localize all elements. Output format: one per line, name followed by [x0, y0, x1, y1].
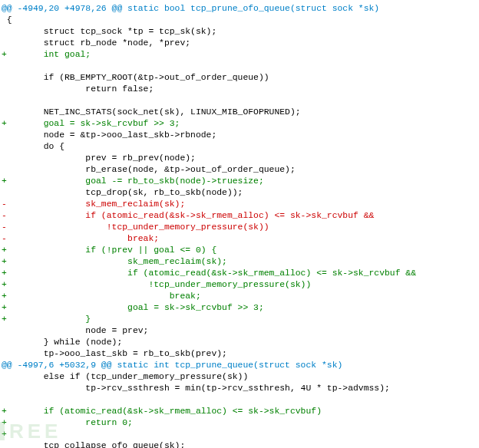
diff-line-add: + goal = sk->sk_rcvbuf >> 3; [2, 303, 264, 312]
diff-line-ctx: node = prev; [2, 326, 148, 335]
diff-line-add: + break; [2, 292, 201, 301]
diff-line-ctx: tcp_drop(sk, rb_to_skb(node)); [2, 188, 243, 197]
diff-line-ctx: tp->rcv_ssthresh = min(tp->rcv_ssthresh,… [2, 384, 390, 393]
diff-line-ctx: { [2, 15, 12, 25]
diff-line-ctx: tp->ooo_last_skb = rb_to_skb(prev); [2, 349, 227, 358]
diff-line-ctx: tcp_collapse_ofo_queue(sk); [2, 441, 185, 448]
diff-line-hunk: @@ -4949,20 +4978,26 @@ static bool tcp_… [2, 4, 379, 13]
diff-line-add: + if (atomic_read(&sk->sk_rmem_alloc) <=… [2, 268, 416, 278]
diff-line-add: + return 0; [2, 418, 133, 427]
diff-line-del: - sk_mem_reclaim(sk); [2, 199, 185, 209]
diff-line-add: + goal -= rb_to_skb(node)->truesize; [2, 176, 264, 186]
diff-line-ctx [2, 395, 7, 404]
diff-line-add: + goal = sk->sk_rcvbuf >> 3; [2, 119, 180, 128]
diff-line-ctx: } while (node); [2, 338, 122, 347]
diff-line-ctx: return false; [2, 84, 154, 94]
diff-line-ctx [2, 96, 7, 105]
diff-line-ctx: NET_INC_STATS(sock_net(sk), LINUX_MIB_OF… [2, 107, 301, 117]
diff-line-add: + sk_mem_reclaim(sk); [2, 257, 227, 266]
diff-line-ctx: rb_erase(node, &tp->out_of_order_queue); [2, 165, 296, 174]
diff-line-hunk: @@ -4997,6 +5032,9 @@ static int tcp_pru… [2, 361, 342, 370]
diff-line-ctx: struct rb_node *node, *prev; [2, 38, 190, 48]
diff-line-add: + if (atomic_read(&sk->sk_rmem_alloc) <=… [2, 407, 322, 416]
diff-line-del: - break; [2, 234, 159, 243]
diff-line-ctx: else if (tcp_under_memory_pressure(sk)) [2, 372, 248, 381]
diff-line-ctx: prev = rb_prev(node); [2, 153, 196, 163]
diff-line-add: + int goal; [2, 50, 91, 59]
diff-line-add: + !tcp_under_memory_pressure(sk)) [2, 280, 311, 289]
diff-line-add: + if (!prev || goal <= 0) { [2, 245, 216, 255]
diff-code-block: @@ -4949,20 +4978,26 @@ static bool tcp_… [0, 0, 479, 448]
diff-line-del: - !tcp_under_memory_pressure(sk)) [2, 222, 269, 232]
diff-line-ctx: node = &tp->ooo_last_skb->rbnode; [2, 130, 216, 140]
diff-line-del: - if (atomic_read(&sk->sk_rmem_alloc) <=… [2, 211, 374, 220]
diff-line-ctx [2, 61, 7, 71]
diff-line-ctx: struct tcp_sock *tp = tcp_sk(sk); [2, 27, 216, 36]
diff-line-add: + } [2, 315, 91, 324]
diff-line-ctx: if (RB_EMPTY_ROOT(&tp->out_of_order_queu… [2, 73, 269, 82]
diff-line-add: + [2, 430, 7, 439]
diff-line-ctx: do { [2, 142, 64, 151]
